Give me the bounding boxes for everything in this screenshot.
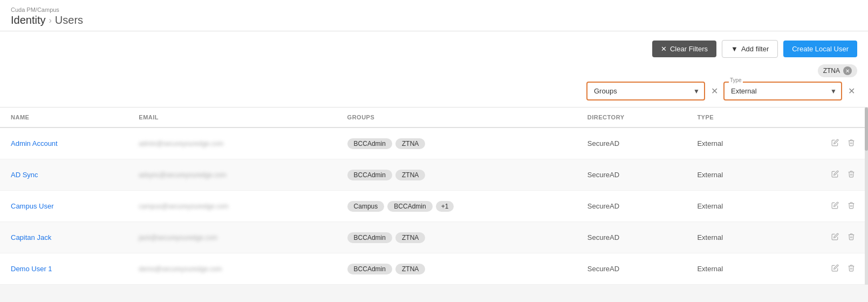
group-tag: ZTNA bbox=[395, 232, 425, 243]
user-groups-cell: BCCAdminZTNA bbox=[337, 253, 577, 285]
group-tag-more: +1 bbox=[436, 201, 454, 212]
user-type: External bbox=[697, 202, 723, 210]
table-row: Capitan Jackjack@secureyouredge.comBCCAd… bbox=[0, 222, 868, 253]
user-type-cell: External bbox=[686, 253, 775, 285]
breadcrumb-identity[interactable]: Identity bbox=[11, 14, 45, 26]
groups-filter-select[interactable]: Groups Name Email Directory Type bbox=[586, 82, 705, 100]
user-type-cell: External bbox=[686, 159, 775, 191]
group-tag: Campus bbox=[347, 201, 385, 212]
user-name[interactable]: Admin Account bbox=[11, 139, 58, 147]
user-directory: SecureAD bbox=[587, 139, 619, 147]
ztna-filter-tag: ZTNA ✕ bbox=[818, 64, 857, 77]
user-actions-cell bbox=[775, 127, 868, 159]
user-directory: SecureAD bbox=[587, 233, 619, 241]
delete-icon[interactable] bbox=[845, 137, 857, 150]
user-email-cell: demo@secureyouredge.com bbox=[128, 253, 336, 285]
user-email: adsync@secureyouredge.com bbox=[139, 171, 226, 179]
delete-icon[interactable] bbox=[845, 231, 857, 244]
user-actions bbox=[786, 137, 857, 150]
user-email-cell: jack@secureyouredge.com bbox=[128, 222, 336, 253]
user-name-cell: AD Sync bbox=[0, 159, 128, 191]
user-name[interactable]: Capitan Jack bbox=[11, 233, 51, 241]
user-type: External bbox=[697, 233, 723, 241]
add-filter-button[interactable]: ▼ Add filter bbox=[722, 40, 778, 58]
user-name-cell: Admin Account bbox=[0, 127, 128, 159]
delete-icon[interactable] bbox=[845, 262, 857, 276]
user-email: jack@secureyouredge.com bbox=[139, 234, 217, 241]
user-groups-cell: BCCAdminZTNA bbox=[337, 159, 577, 191]
clear-filters-button[interactable]: ✕ Clear Filters bbox=[652, 41, 716, 57]
filter-tag-row: ZTNA ✕ bbox=[818, 64, 857, 77]
create-local-user-button[interactable]: Create Local User bbox=[783, 41, 857, 57]
groups-list: BCCAdminZTNA bbox=[347, 232, 566, 243]
delete-icon[interactable] bbox=[845, 168, 857, 182]
user-actions bbox=[786, 231, 857, 244]
page-container: Cuda PM/Campus Identity › Users ✕ Clear … bbox=[0, 0, 868, 302]
table-row: Admin Accountadmin@secureyouredge.comBCC… bbox=[0, 127, 868, 159]
header: Cuda PM/Campus Identity › Users bbox=[0, 0, 868, 31]
user-type: External bbox=[697, 171, 723, 179]
groups-filter-wrapper: Groups Name Email Directory Type ▼ bbox=[586, 82, 705, 100]
table-header-row: NAME EMAIL GROUPS DIRECTORY TYPE bbox=[0, 108, 868, 127]
breadcrumb-separator: › bbox=[49, 16, 51, 25]
table-header: NAME EMAIL GROUPS DIRECTORY TYPE bbox=[0, 108, 868, 127]
table-container: NAME EMAIL GROUPS DIRECTORY TYPE Admin A… bbox=[0, 107, 868, 285]
user-directory: SecureAD bbox=[587, 265, 619, 273]
user-type-cell: External bbox=[686, 127, 775, 159]
x-icon: ✕ bbox=[661, 45, 667, 53]
type-filter-select[interactable]: External Local All bbox=[723, 82, 842, 100]
user-actions bbox=[786, 199, 857, 213]
edit-icon[interactable] bbox=[829, 231, 841, 244]
user-groups-cell: BCCAdminZTNA bbox=[337, 127, 577, 159]
groups-list: BCCAdminZTNA bbox=[347, 138, 566, 149]
group-tag: ZTNA bbox=[395, 138, 425, 149]
user-name[interactable]: Demo User 1 bbox=[11, 265, 52, 273]
edit-icon[interactable] bbox=[829, 137, 841, 150]
type-filter-clear[interactable]: ✕ bbox=[845, 85, 857, 97]
user-directory-cell: SecureAD bbox=[577, 127, 687, 159]
type-filter-wrapper: Type External Local All ▼ bbox=[723, 82, 842, 100]
funnel-icon: ▼ bbox=[731, 45, 738, 53]
edit-icon[interactable] bbox=[829, 199, 841, 213]
groups-list: CampusBCCAdmin+1 bbox=[347, 201, 566, 212]
scroll-indicator[interactable] bbox=[865, 108, 868, 285]
col-directory: DIRECTORY bbox=[577, 108, 687, 127]
groups-filter-clear[interactable]: ✕ bbox=[708, 85, 720, 97]
filter-area: ZTNA ✕ Groups Name Email Directory Type … bbox=[0, 64, 868, 107]
group-tag: BCCAdmin bbox=[387, 201, 432, 212]
add-filter-label: Add filter bbox=[741, 45, 769, 53]
user-name-cell: Capitan Jack bbox=[0, 222, 128, 253]
edit-icon[interactable] bbox=[829, 168, 841, 182]
user-groups-cell: BCCAdminZTNA bbox=[337, 222, 577, 253]
edit-icon[interactable] bbox=[829, 262, 841, 276]
filter-dropdowns: Groups Name Email Directory Type ▼ ✕ Typ… bbox=[586, 82, 857, 100]
scroll-thumb bbox=[865, 108, 868, 151]
user-type: External bbox=[697, 265, 723, 273]
user-email-cell: adsync@secureyouredge.com bbox=[128, 159, 336, 191]
ztna-tag-close[interactable]: ✕ bbox=[843, 66, 852, 75]
groups-list: BCCAdminZTNA bbox=[347, 170, 566, 180]
user-name-cell: Campus User bbox=[0, 191, 128, 222]
user-groups-cell: CampusBCCAdmin+1 bbox=[337, 191, 577, 222]
user-directory: SecureAD bbox=[587, 202, 619, 210]
group-tag: ZTNA bbox=[395, 264, 425, 274]
col-actions bbox=[775, 108, 868, 127]
user-email-cell: admin@secureyouredge.com bbox=[128, 127, 336, 159]
col-name: NAME bbox=[0, 108, 128, 127]
table-row: Demo User 1demo@secureyouredge.comBCCAdm… bbox=[0, 253, 868, 285]
user-email-cell: campus@secureyouredge.com bbox=[128, 191, 336, 222]
user-name[interactable]: Campus User bbox=[11, 202, 53, 210]
col-type: TYPE bbox=[686, 108, 775, 127]
col-groups: GROUPS bbox=[337, 108, 577, 127]
user-actions-cell bbox=[775, 253, 868, 285]
group-tag: ZTNA bbox=[395, 170, 425, 180]
breadcrumb: Identity › Users bbox=[11, 14, 857, 26]
delete-icon[interactable] bbox=[845, 199, 857, 213]
user-actions-cell bbox=[775, 222, 868, 253]
user-email: campus@secureyouredge.com bbox=[139, 203, 228, 210]
user-directory-cell: SecureAD bbox=[577, 253, 687, 285]
breadcrumb-users: Users bbox=[55, 14, 83, 26]
user-name[interactable]: AD Sync bbox=[11, 171, 38, 179]
col-email: EMAIL bbox=[128, 108, 336, 127]
user-actions bbox=[786, 262, 857, 276]
